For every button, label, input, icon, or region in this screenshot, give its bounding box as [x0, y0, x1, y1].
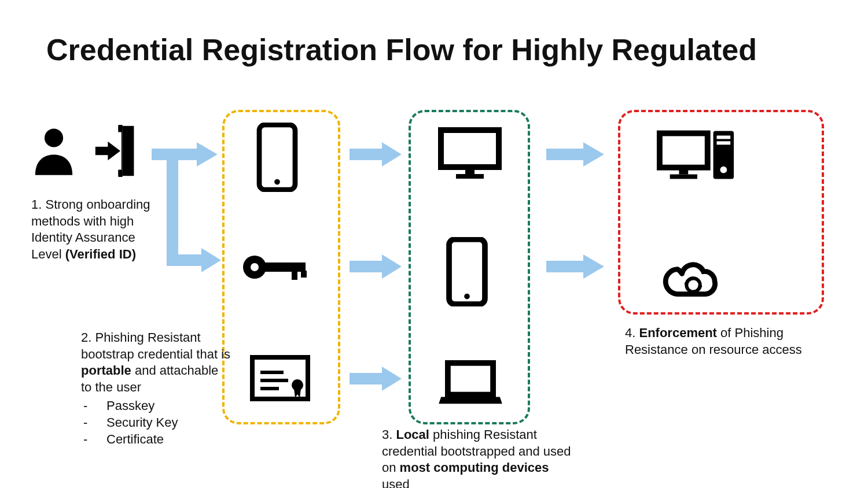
svg-marker-7: [108, 142, 120, 160]
t: used: [382, 477, 410, 488]
phone-icon: [444, 237, 490, 306]
user-icon: [31, 125, 76, 179]
step3-caption: 3. Local phishing Resistant credential b…: [382, 427, 579, 488]
list-item: Security Key: [81, 415, 231, 431]
svg-point-35: [720, 167, 727, 173]
svg-marker-46: [201, 248, 221, 272]
step2-caption: 2. Phishing Resistant bootstrap credenti…: [81, 330, 231, 448]
svg-rect-29: [660, 134, 708, 168]
arrow-branch-icon: [167, 155, 221, 278]
svg-rect-34: [717, 141, 731, 145]
svg-rect-47: [350, 261, 382, 272]
laptop-icon: [436, 358, 505, 408]
arrow-icon: [546, 142, 604, 167]
svg-rect-8: [118, 125, 122, 131]
list-item: Certificate: [81, 431, 231, 448]
svg-rect-25: [456, 174, 484, 179]
svg-marker-52: [382, 367, 402, 391]
login-door-icon: [89, 124, 141, 180]
svg-rect-45: [167, 254, 201, 266]
phone-icon: [255, 123, 300, 192]
arrow-icon: [350, 142, 402, 167]
t: 3.: [382, 427, 396, 442]
arrow-icon: [350, 254, 402, 279]
cloud-sync-icon: [660, 260, 729, 308]
step2-list: Passkey Security Key Certificate: [81, 398, 231, 448]
svg-rect-42: [546, 149, 583, 160]
t: Enforcement: [639, 326, 716, 340]
svg-rect-16: [301, 271, 307, 278]
t: Local: [396, 427, 429, 442]
step1-bold: (Verified ID): [65, 247, 136, 261]
svg-rect-9: [118, 171, 122, 177]
svg-marker-22: [294, 389, 301, 398]
svg-point-27: [464, 294, 470, 300]
svg-rect-30: [679, 168, 688, 175]
svg-point-13: [251, 263, 259, 271]
svg-rect-23: [441, 130, 499, 167]
step1-caption: 1. Strong onboarding methods with high I…: [31, 197, 159, 263]
svg-rect-33: [717, 135, 731, 139]
svg-rect-28: [448, 363, 493, 395]
svg-rect-15: [292, 271, 297, 280]
svg-marker-48: [382, 254, 402, 279]
step2-bold: portable: [81, 363, 131, 378]
svg-rect-51: [350, 373, 382, 385]
arrow-icon: [350, 367, 402, 391]
svg-marker-43: [583, 142, 604, 167]
t: 4.: [625, 326, 639, 340]
svg-rect-24: [465, 167, 475, 174]
svg-point-0: [45, 128, 63, 147]
key-icon: [241, 250, 312, 284]
svg-rect-14: [264, 263, 306, 272]
svg-rect-31: [670, 175, 697, 179]
t: most computing devices: [400, 460, 549, 475]
svg-rect-6: [95, 147, 110, 155]
svg-point-11: [274, 179, 280, 185]
certificate-icon: [249, 354, 311, 402]
monitor-icon: [436, 125, 503, 182]
step1-icons: [31, 124, 141, 180]
svg-rect-44: [167, 155, 178, 266]
pc-tower-icon: [656, 126, 738, 184]
step2-line-a: 2. Phishing Resistant bootstrap credenti…: [81, 330, 230, 361]
svg-rect-49: [546, 261, 583, 272]
arrow-icon: [546, 254, 604, 279]
diagram-title: Credential Registration Flow for Highly …: [46, 32, 757, 67]
step4-caption: 4. Enforcement of Phishing Resistance on…: [625, 325, 810, 358]
svg-rect-40: [350, 149, 382, 160]
svg-marker-41: [382, 142, 402, 167]
svg-marker-50: [583, 254, 604, 279]
list-item: Passkey: [81, 398, 231, 415]
